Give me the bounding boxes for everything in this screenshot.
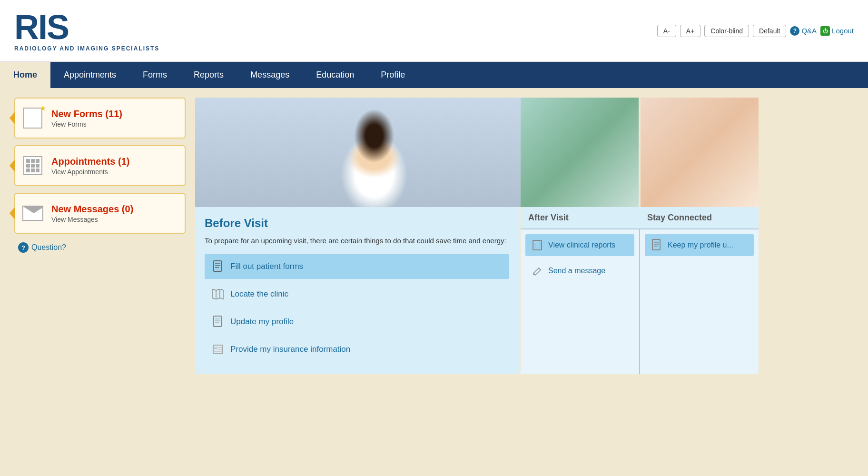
header: RIS RADIOLOGY AND IMAGING SPECIALISTS A-… (0, 0, 868, 62)
calendar-icon (21, 154, 45, 178)
forms-card-sub: View Forms (51, 120, 122, 128)
insurance-icon (211, 343, 225, 356)
update-profile-action[interactable]: Update my profile (205, 309, 509, 334)
logo-main: RIS (14, 10, 159, 44)
keep-profile-label: Keep my profile u... (668, 241, 733, 249)
side-image-2 (641, 98, 759, 207)
svg-rect-14 (218, 349, 222, 350)
colorblind-button[interactable]: Color-blind (704, 25, 749, 37)
fill-forms-label: Fill out patient forms (230, 262, 303, 271)
svg-rect-7 (214, 316, 221, 327)
logout-icon: ⏻ (820, 26, 830, 36)
nav-item-education[interactable]: Education (303, 62, 367, 88)
side-images (521, 98, 759, 207)
appointments-card[interactable]: Appointments (1) View Appointments (14, 145, 186, 186)
qa-link[interactable]: ? Q&A (790, 26, 817, 36)
insurance-action[interactable]: Provide my insurance information (205, 337, 509, 362)
center-panel: Before Visit To prepare for an upcoming … (195, 98, 759, 374)
send-message-action[interactable]: Send a message (525, 260, 634, 282)
forms-icon (21, 106, 45, 130)
svg-rect-17 (534, 243, 536, 248)
visit-panels: Before Visit To prepare for an upcoming … (195, 207, 759, 374)
nav-item-appointments[interactable]: Appointments (50, 62, 129, 88)
messages-card-sub: View Messages (51, 216, 133, 223)
nav-education-label: Education (316, 70, 354, 80)
locate-clinic-action[interactable]: Locate the clinic (205, 282, 509, 307)
header-controls: A- A+ Color-blind Default ? Q&A ⏻ Logout (657, 25, 854, 37)
stay-connected-header: Stay Connected (640, 207, 759, 229)
nav-forms-label: Forms (143, 70, 167, 80)
send-message-label: Send a message (548, 267, 605, 275)
nav-messages-label: Messages (250, 70, 289, 80)
appointments-card-text: Appointments (1) View Appointments (51, 156, 129, 176)
svg-rect-15 (214, 351, 222, 352)
doc-icon (211, 260, 225, 273)
before-visit-desc: To prepare for an upcoming visit, there … (205, 236, 509, 247)
messages-card-text: New Messages (0) View Messages (51, 204, 133, 223)
logo-subtitle: RADIOLOGY AND IMAGING SPECIALISTS (14, 45, 159, 52)
nav-reports-label: Reports (194, 70, 224, 80)
decrease-font-button[interactable]: A- (657, 25, 676, 37)
update-icon (651, 239, 663, 251)
after-visit-actions-row: View clinical reports Send a message (521, 229, 759, 374)
svg-rect-12 (214, 347, 217, 349)
svg-marker-4 (212, 289, 224, 299)
messages-card-title: New Messages (0) (51, 204, 133, 215)
nav-item-reports[interactable]: Reports (180, 62, 237, 88)
appointments-card-sub: View Appointments (51, 168, 129, 176)
appointments-card-title: Appointments (1) (51, 156, 129, 167)
panel-headers: After Visit Stay Connected (521, 207, 759, 229)
nav-appointments-label: Appointments (64, 70, 116, 80)
forms-card-title: New Forms (11) (51, 109, 122, 119)
new-messages-card[interactable]: New Messages (0) View Messages (14, 193, 186, 234)
default-button[interactable]: Default (753, 25, 786, 37)
right-margin (768, 98, 854, 374)
profile-icon (211, 315, 225, 328)
images-row (195, 98, 759, 207)
increase-font-button[interactable]: A+ (680, 25, 701, 37)
question-icon: ? (18, 242, 29, 253)
svg-line-20 (539, 268, 541, 270)
svg-rect-0 (214, 261, 221, 271)
nav-item-messages[interactable]: Messages (237, 62, 303, 88)
before-visit-title: Before Visit (205, 217, 509, 230)
stay-connected-col: Keep my profile u... (639, 229, 759, 374)
pencil-icon (531, 265, 543, 277)
side-image-1 (521, 98, 639, 207)
view-clinical-reports-action[interactable]: View clinical reports (525, 234, 634, 256)
svg-rect-21 (652, 239, 660, 250)
question-label: Question? (31, 243, 66, 252)
calendar-icon-shape (23, 156, 42, 175)
after-visit-col: View clinical reports Send a message (521, 229, 639, 374)
nav-item-forms[interactable]: Forms (129, 62, 180, 88)
new-forms-card[interactable]: New Forms (11) View Forms (14, 98, 186, 139)
after-stay-panel: After Visit Stay Connected View clinical… (521, 207, 759, 374)
mail-icon-shape (22, 206, 43, 221)
logo-area: RIS RADIOLOGY AND IMAGING SPECIALISTS (14, 10, 159, 52)
nav-profile-label: Profile (381, 70, 405, 80)
qa-label: Q&A (801, 27, 817, 35)
qa-icon: ? (790, 26, 799, 36)
nav-item-home[interactable]: Home (0, 62, 50, 88)
nav-home-label: Home (13, 70, 37, 80)
logout-link[interactable]: ⏻ Logout (820, 26, 854, 36)
svg-rect-18 (537, 245, 538, 248)
locate-clinic-label: Locate the clinic (230, 289, 288, 299)
before-visit-panel: Before Visit To prepare for an upcoming … (195, 207, 519, 374)
nav-item-profile[interactable]: Profile (367, 62, 418, 88)
svg-rect-13 (218, 347, 222, 348)
main-content: New Forms (11) View Forms (0, 88, 868, 384)
main-hero-image (195, 98, 521, 207)
nav-bar: Home Appointments Forms Reports Messages… (0, 62, 868, 88)
view-clinical-reports-label: View clinical reports (548, 241, 615, 249)
doctor-image (195, 98, 521, 207)
forms-card-text: New Forms (11) View Forms (51, 109, 122, 128)
question-link[interactable]: ? Question? (14, 242, 186, 253)
keep-profile-action[interactable]: Keep my profile u... (645, 234, 754, 256)
insurance-label: Provide my insurance information (230, 345, 350, 354)
map-icon (211, 288, 225, 301)
mail-icon (21, 201, 45, 225)
after-visit-header: After Visit (521, 207, 640, 229)
report-icon (531, 239, 543, 251)
fill-forms-action[interactable]: Fill out patient forms (205, 254, 509, 279)
